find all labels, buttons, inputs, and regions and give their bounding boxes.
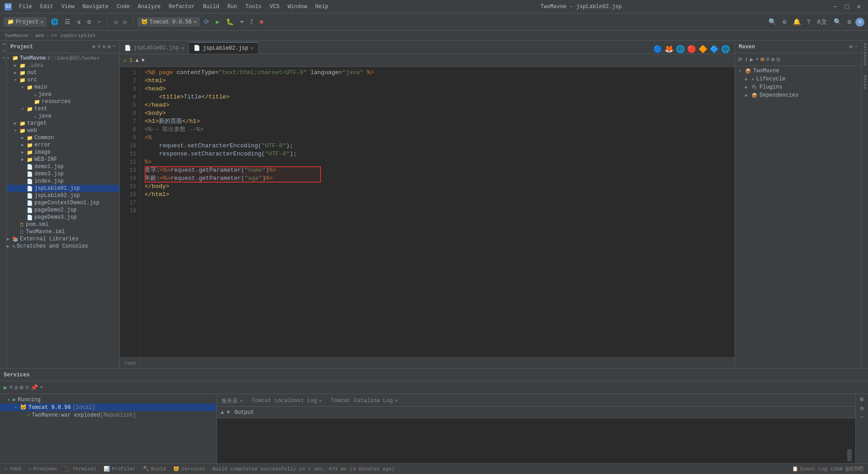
nav-down-button[interactable]: ▼	[142, 57, 145, 64]
status-event-log[interactable]: 📋 Event Log	[792, 466, 827, 472]
tree-item-pagedemo2[interactable]: 📄 pageDemo2.jsp	[7, 206, 119, 214]
run-with-coverage-button[interactable]: ☂	[238, 17, 246, 27]
status-problems[interactable]: ⚠ Problems	[28, 466, 57, 472]
code-content[interactable]: <%@ page contentType="text/html;charset=…	[140, 67, 735, 357]
notifications-button[interactable]: 🔔	[791, 17, 803, 27]
structure-sidebar-icon[interactable]: S	[1, 50, 5, 52]
services-sort-icon[interactable]: ⇵	[14, 384, 18, 391]
menu-build[interactable]: Build	[199, 3, 223, 11]
tree-item-iml[interactable]: 🗒 TwoMavne.iml	[7, 228, 119, 235]
close-panel-button[interactable]: −	[95, 17, 103, 27]
menu-vcs[interactable]: VCS	[266, 3, 283, 11]
log-tab-server[interactable]: 服务器 ✕	[217, 395, 247, 406]
services-running[interactable]: ▾ ▶ Running	[0, 396, 217, 404]
tree-item-java-test[interactable]: ☕ java	[7, 113, 119, 120]
forward-button[interactable]: ▷	[121, 17, 129, 27]
services-settings-icon[interactable]: ⚙	[860, 405, 864, 412]
tree-item-error[interactable]: ▶ 📁 error	[7, 141, 119, 149]
stop-button[interactable]: ■	[257, 17, 265, 27]
menu-tools[interactable]: Tools	[242, 3, 265, 11]
debug-button[interactable]: 🐛	[224, 17, 236, 27]
maven-refresh-icon[interactable]: ⟳	[738, 56, 743, 63]
log-tab-localhost[interactable]: Tomcat Localhost Log ✕	[247, 395, 326, 406]
maven-run-icon[interactable]: ▶	[750, 56, 754, 63]
status-services[interactable]: 🐱 Services	[173, 466, 205, 472]
tab-jsplable01-close[interactable]: ✕	[181, 45, 184, 51]
log-tab-localhost-close[interactable]: ✕	[319, 398, 322, 404]
tree-item-common[interactable]: ▶ 📁 Common	[7, 134, 119, 141]
search-everywhere-button[interactable]: 🔍	[766, 17, 778, 27]
nav-up-button[interactable]: ▲	[135, 57, 138, 64]
tree-item-jsplable01[interactable]: 📄 jspLable01.jsp	[7, 185, 119, 192]
tree-item-web[interactable]: ▾ 📁 web	[7, 127, 119, 134]
database-sidebar-icon[interactable]: Database	[863, 43, 867, 66]
tree-item-external-libs[interactable]: ▶ 📚 External Libraries	[7, 235, 119, 243]
menu-file[interactable]: File	[15, 3, 36, 11]
tree-item-image[interactable]: ▶ 📁 image	[7, 149, 119, 156]
browser-icon-5[interactable]: 🔶	[698, 45, 708, 54]
maven-root[interactable]: ▾ 📦 TwoMavne	[735, 67, 861, 75]
maven-settings-icon[interactable]: ⚙	[849, 43, 853, 50]
show-members-button[interactable]: ☰	[62, 17, 73, 27]
services-pin-icon[interactable]: 📌	[31, 384, 38, 391]
code-editor[interactable]: 1 2 3 4 5 6 7 8 9 10 11 12 13 14 15 16 1…	[120, 67, 735, 357]
settings-gear-button[interactable]: ⚙	[780, 17, 788, 27]
maven-close-icon[interactable]: −	[854, 43, 858, 50]
back-button[interactable]: ◁	[111, 17, 119, 27]
tree-item-root[interactable]: ▾ 📁 TwoMavne E:\Idea源码\TwoMav	[7, 54, 119, 62]
tree-item-pagedemo3[interactable]: 📄 pageDemo3.jsp	[7, 214, 119, 221]
favorites-sidebar-icon[interactable]: F	[1, 57, 5, 59]
output-nav-down[interactable]: ▼	[226, 409, 230, 416]
tab-jsplable02-close[interactable]: ✕	[250, 45, 254, 51]
tab-jsplable02[interactable]: 📄 jspLable02.jsp ✕	[189, 42, 258, 54]
run-button[interactable]: ▶	[213, 17, 222, 27]
services-filter-icon[interactable]: ▽	[25, 384, 29, 391]
project-settings-icon[interactable]: ⚙	[108, 43, 111, 50]
editor-breadcrumb-root[interactable]: root	[124, 361, 136, 366]
tree-item-demo3[interactable]: 📄 demo3.jsp	[7, 170, 119, 178]
tree-item-pom[interactable]: 🗒 pom.xml	[7, 221, 119, 228]
maven-m-icon[interactable]: m	[760, 56, 764, 63]
browser-icon-6[interactable]: 🔷	[710, 45, 719, 54]
tree-item-demo1[interactable]: 📄 demo1.jsp	[7, 163, 119, 170]
run-config-selector[interactable]: 🐱 Tomcat 9.0.56 ▾	[137, 17, 200, 27]
tree-item-target[interactable]: ▶ 📁 target	[7, 120, 119, 127]
maven-collapse-icon[interactable]: ⊟	[777, 56, 780, 63]
services-add-icon[interactable]: +	[40, 384, 43, 391]
translate-button[interactable]: A文	[815, 17, 829, 28]
services-refresh-icon[interactable]: ▶	[4, 384, 7, 391]
tab-jsplable01[interactable]: 📄 jspLable01.jsp ✕	[120, 42, 189, 54]
status-terminal[interactable]: ⬛ Terminal	[64, 466, 96, 472]
menu-view[interactable]: View	[58, 3, 78, 11]
tree-item-webinf[interactable]: ▶ 📁 WEB-INF	[7, 156, 119, 163]
maven-dependencies[interactable]: ▶ 📦 Dependencies	[735, 91, 861, 99]
services-republish[interactable]: ✓ TwoMavne:war exploded [Republish]	[0, 411, 217, 419]
maven-lifecycle[interactable]: ▶ ⚡ Lifecycle	[735, 75, 861, 83]
tree-item-resources[interactable]: 📁 resources	[7, 98, 119, 105]
menu-window[interactable]: Window	[284, 3, 311, 11]
avatar-button[interactable]: U	[855, 18, 864, 27]
add-content-root-button[interactable]: 🌐	[48, 17, 61, 27]
tree-item-jsplable02[interactable]: 📄 jspLable02.jsp	[7, 192, 119, 199]
status-todo[interactable]: ✓ TODO	[5, 466, 21, 472]
minimize-button[interactable]: −	[830, 3, 840, 10]
maven-expand-icon[interactable]: ⊞	[771, 56, 775, 63]
services-group-icon[interactable]: ⊞	[20, 384, 24, 391]
browser-icon-1[interactable]: 🔵	[653, 45, 662, 54]
menu-edit[interactable]: Edit	[37, 3, 57, 11]
tree-item-main[interactable]: ▾ 📁 main	[7, 84, 119, 91]
help-button[interactable]: ?	[805, 17, 813, 27]
breadcrumb-twomavne[interactable]: TwoMavne	[5, 33, 28, 38]
log-tab-catalina[interactable]: Tomcat Catalina Log ✕	[326, 395, 402, 406]
search-button[interactable]: 🔍	[831, 17, 844, 27]
log-tab-catalina-close[interactable]: ✕	[395, 398, 398, 404]
status-profiler[interactable]: 📊 Profiler	[104, 466, 136, 472]
breadcrumb-web[interactable]: web	[35, 33, 44, 38]
project-sort-icon[interactable]: ⇅	[102, 43, 105, 50]
project-collapse-icon[interactable]: ≡	[97, 43, 100, 50]
browser-icon-4[interactable]: 🔴	[687, 45, 696, 54]
status-csdn[interactable]: CSDN @吉羽吧	[830, 465, 863, 472]
tree-item-scratches[interactable]: ▶ ✎ Scratches and Consoles	[7, 243, 119, 250]
tree-item-java-main[interactable]: ☕ java	[7, 91, 119, 98]
build-button[interactable]: ⟳	[202, 17, 212, 27]
